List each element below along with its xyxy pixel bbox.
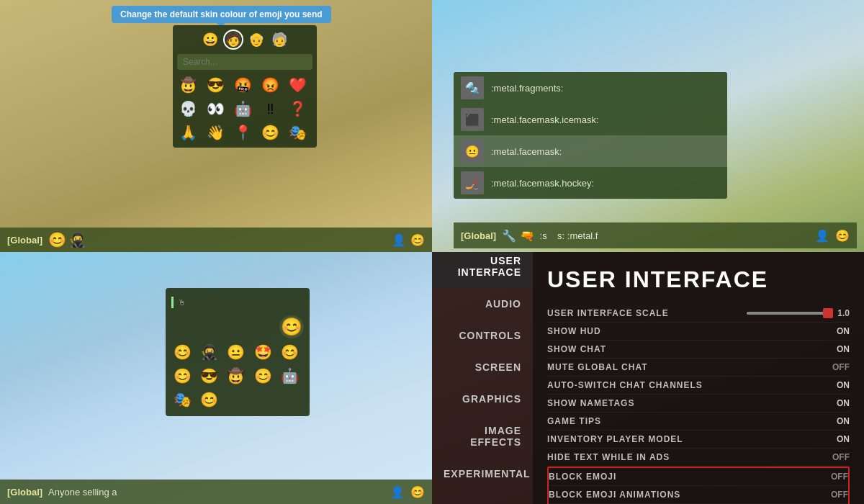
chat-icons-tl: 👤 😊 xyxy=(392,233,425,247)
setting-label-game-tips: GAME TIPS xyxy=(547,416,821,426)
emoji-cell[interactable]: 🤖 xyxy=(279,365,301,387)
menu-item-graphics[interactable]: GRAPHICS xyxy=(432,383,533,415)
slider-track[interactable] xyxy=(747,312,833,315)
chat-bar-tl: [Global] 😊 🥷 👤 😊 xyxy=(0,228,432,252)
chat-input-tr[interactable] xyxy=(540,230,809,241)
skin-tone-darkest[interactable]: 🧓 xyxy=(269,30,289,50)
emoji-grid-tl: 🤠 😎 🤬 😡 ❤️ 💀 👀 🤖 ‼️ ❓ 🙏 👋 📍 😊 🎭 xyxy=(177,74,312,143)
menu-item-screen[interactable]: SCREEN xyxy=(432,351,533,383)
emoji-cell[interactable]: 📍 xyxy=(232,122,253,143)
emoji-picker-tl[interactable]: 😀 🧑 👴 🧓 🤠 😎 🤬 😡 ❤️ 💀 👀 🤖 ‼️ ❓ 🙏 👋 📍 😊 🎭 xyxy=(173,25,317,148)
skin-tone-medium[interactable]: 🧑 xyxy=(223,30,243,50)
setting-row-show-hud: SHOW HUD ON xyxy=(547,323,850,341)
person-icon-tr[interactable]: 👤 xyxy=(815,229,829,243)
skin-tone-yellow[interactable]: 😀 xyxy=(200,30,220,50)
emoji-cell[interactable]: 🎭 xyxy=(171,389,193,410)
metal-autocomplete[interactable]: 🔩 :metal.fragments: ⬛ :metal.facemask.ic… xyxy=(454,72,727,199)
emoji-cell[interactable]: ❓ xyxy=(287,98,309,120)
setting-value-auto-switch[interactable]: ON xyxy=(821,380,850,390)
metal-item-label: :metal.facemask.icemask: xyxy=(491,114,599,125)
setting-value-hide-text-ads[interactable]: OFF xyxy=(821,452,850,462)
emoji-cell[interactable]: 🙏 xyxy=(177,122,199,143)
emoji-cell[interactable]: ❤️ xyxy=(287,74,309,96)
settings-title: USER INTERFACE xyxy=(547,266,850,293)
emoji-cell[interactable]: 😐 xyxy=(225,341,247,363)
menu-item-image-effects[interactable]: IMAGE EFFECTS xyxy=(432,415,533,458)
emoji-cell[interactable]: 🤩 xyxy=(252,341,274,363)
emoji-search-input[interactable] xyxy=(177,54,312,70)
menu-item-audio[interactable]: AUDIO xyxy=(432,288,533,320)
slider-fill xyxy=(747,312,824,315)
cursor-label: 🖱 xyxy=(178,298,186,307)
menu-item-controls[interactable]: CONTROLS xyxy=(432,320,533,351)
setting-label-hide-text-ads: HIDE TEXT WHILE IN ADS xyxy=(547,452,821,462)
setting-row-block-emoji: BLOCK EMOJI OFF xyxy=(549,468,848,486)
emoji-cell[interactable]: 😊 xyxy=(198,389,220,410)
emoji-cell[interactable]: 🤖 xyxy=(232,98,253,120)
ui-scale-slider[interactable]: 1.0 xyxy=(747,308,850,318)
setting-value-game-tips[interactable]: ON xyxy=(821,416,850,426)
emoji-cell[interactable]: 😊 xyxy=(260,122,282,143)
settings-panel: USER INTERFACE USER INTERFACE SCALE 1.0 … xyxy=(533,252,864,504)
setting-label-auto-switch: AUTO-SWITCH CHAT CHANNELS xyxy=(547,380,821,390)
emoji-cell[interactable]: 😊 xyxy=(252,365,274,387)
quadrant-bottom-left: 🖱 😊 😊 🥷 😐 🤩 😊 😊 😎 🤠 😊 🤖 🎭 😊 [Global] Any… xyxy=(0,252,432,504)
chat-bar-bl: [Global] Anyone selling a 👤 😊 xyxy=(0,480,432,504)
setting-value-inventory-model[interactable]: ON xyxy=(821,434,850,444)
slider-thumb[interactable] xyxy=(823,308,833,318)
skin-face-icon[interactable]: 😊 xyxy=(279,315,304,338)
emoji-cell[interactable]: 😊 xyxy=(171,365,193,387)
emoji-icon[interactable]: 😊 xyxy=(410,233,425,247)
emoji-cell[interactable]: 😊 xyxy=(171,341,193,363)
emoji-cell[interactable]: 🥷 xyxy=(198,341,220,363)
menu-item-user-interface[interactable]: USER INTERFACE xyxy=(432,252,533,288)
emoji-cell[interactable]: 🤠 xyxy=(225,365,247,387)
skin-tone-dark[interactable]: 👴 xyxy=(246,30,266,50)
setting-value-block-emoji[interactable]: OFF xyxy=(819,472,848,482)
chat-icons-tr: 🔧 🔫 xyxy=(502,229,534,243)
emoji-cell[interactable]: 👀 xyxy=(204,98,226,120)
emoji-cell[interactable]: 🤠 xyxy=(177,74,199,96)
metal-item-hockey[interactable]: 🏒 :metal.facemask.hockey: xyxy=(454,167,727,199)
emoji-cell[interactable]: 😊 xyxy=(279,341,301,363)
quadrant-settings: OPTIONS USER INTERFACE AUDIO CONTROLS SC… xyxy=(432,252,864,504)
setting-label-nametags: SHOW NAMETAGS xyxy=(547,398,821,408)
setting-row-hide-text-ads: HIDE TEXT WHILE IN ADS OFF xyxy=(547,449,850,467)
emoji-grid-bl: 😊 🥷 😐 🤩 😊 😊 😎 🤠 😊 🤖 🎭 😊 xyxy=(171,341,304,410)
emoji-picker-bl[interactable]: 🖱 😊 😊 🥷 😐 🤩 😊 😊 😎 🤠 😊 🤖 🎭 😊 xyxy=(166,288,310,416)
emoji-cell[interactable]: 💀 xyxy=(177,98,199,120)
quadrant-top-left: Change the default skin colour of emoji … xyxy=(0,0,432,252)
setting-value-show-chat[interactable]: ON xyxy=(821,344,850,354)
setting-row-block-emoji-anim: BLOCK EMOJI ANIMATIONS OFF xyxy=(549,486,848,504)
metal-item-label: :metal.fragments: xyxy=(491,83,563,94)
person-icon[interactable]: 👤 xyxy=(392,233,406,247)
setting-row-auto-switch: AUTO-SWITCH CHAT CHANNELS ON xyxy=(547,377,850,395)
metal-item-label: :metal.facemask: xyxy=(491,146,562,157)
setting-value-show-hud[interactable]: ON xyxy=(821,326,850,336)
emoji-cell[interactable]: 😡 xyxy=(260,74,282,96)
emoji-cell[interactable]: 😎 xyxy=(198,365,220,387)
setting-value-mute-global[interactable]: OFF xyxy=(821,362,850,372)
chat-avatars-tl: 😊 🥷 xyxy=(48,231,86,248)
setting-row-inventory-model: INVENTORY PLAYER MODEL ON xyxy=(547,431,850,449)
emoji-icon-tr[interactable]: 😊 xyxy=(835,229,850,243)
setting-value-nametags[interactable]: ON xyxy=(821,398,850,408)
metal-item-fragments[interactable]: 🔩 :metal.fragments: xyxy=(454,72,727,104)
menu-item-experimental[interactable]: EXPERIMENTAL xyxy=(432,458,533,490)
emoji-cell[interactable]: 😎 xyxy=(204,74,226,96)
emoji-cell[interactable]: 🤬 xyxy=(232,74,253,96)
emoji-cell[interactable]: 👋 xyxy=(204,122,226,143)
setting-value-block-emoji-anim[interactable]: OFF xyxy=(819,490,848,500)
emoji-icon-bl[interactable]: 😊 xyxy=(410,485,425,499)
metal-item-facemask[interactable]: 😐 :metal.facemask: xyxy=(454,135,727,167)
chat-bar-tr: [Global] 🔧 🔫 👤 😊 xyxy=(454,222,857,248)
emoji-cell[interactable]: 🎭 xyxy=(287,122,309,143)
setting-row-ui-scale: USER INTERFACE SCALE 1.0 xyxy=(547,305,850,323)
emoji-cell[interactable]: ‼️ xyxy=(260,98,282,120)
emoji-tooltip: Change the default skin colour of emoji … xyxy=(112,6,331,23)
person-icon-bl[interactable]: 👤 xyxy=(390,485,405,499)
chat-avatar-2: 🥷 xyxy=(68,231,86,248)
quadrant-top-right: 🔩 :metal.fragments: ⬛ :metal.facemask.ic… xyxy=(432,0,864,252)
metal-item-icemask[interactable]: ⬛ :metal.facemask.icemask: xyxy=(454,104,727,135)
chat-tag-tr: [Global] xyxy=(461,230,496,241)
